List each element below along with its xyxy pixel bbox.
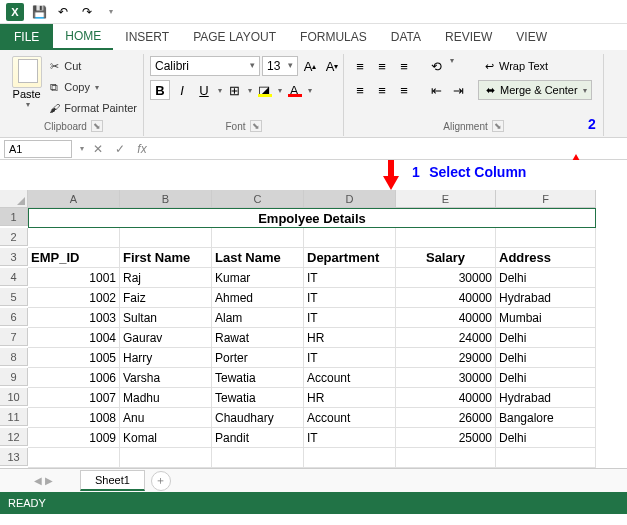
decrease-font-button[interactable]: A▾ bbox=[322, 56, 342, 76]
cell[interactable]: 26000 bbox=[396, 408, 496, 428]
cell[interactable]: Delhi bbox=[496, 428, 596, 448]
cell[interactable]: 1001 bbox=[28, 268, 120, 288]
cell[interactable]: 1004 bbox=[28, 328, 120, 348]
cell[interactable]: 1002 bbox=[28, 288, 120, 308]
cell[interactable]: Delhi bbox=[496, 268, 596, 288]
fx-button[interactable]: fx bbox=[132, 142, 152, 156]
cell[interactable]: HR bbox=[304, 328, 396, 348]
col-header-c[interactable]: C bbox=[212, 190, 304, 208]
cell[interactable]: Hydrabad bbox=[496, 288, 596, 308]
cell[interactable]: Chaudhary bbox=[212, 408, 304, 428]
row-header-13[interactable]: 13 bbox=[0, 448, 28, 466]
cell[interactable]: Komal bbox=[120, 428, 212, 448]
cell[interactable]: Hydrabad bbox=[496, 388, 596, 408]
cell[interactable]: Mumbai bbox=[496, 308, 596, 328]
cell[interactable] bbox=[304, 448, 396, 468]
cell[interactable]: Ahmed bbox=[212, 288, 304, 308]
tab-formulas[interactable]: FORMULAS bbox=[288, 24, 379, 50]
cell[interactable]: IT bbox=[304, 348, 396, 368]
cell[interactable]: IT bbox=[304, 288, 396, 308]
cell[interactable]: Salary bbox=[396, 248, 496, 268]
cell[interactable] bbox=[28, 228, 120, 248]
spreadsheet-grid[interactable]: A B C D E F 1 Empolyee Details 2 3 EMP_I… bbox=[0, 190, 627, 468]
cell[interactable]: 1006 bbox=[28, 368, 120, 388]
font-color-button[interactable]: A bbox=[284, 80, 304, 100]
row-header[interactable]: 12 bbox=[0, 428, 28, 446]
merged-title-cell[interactable]: Empolyee Details bbox=[28, 208, 596, 228]
cell[interactable] bbox=[28, 448, 120, 468]
cell[interactable]: Last Name bbox=[212, 248, 304, 268]
select-all-button[interactable] bbox=[0, 190, 28, 208]
row-header-3[interactable]: 3 bbox=[0, 248, 28, 266]
cell[interactable]: Delhi bbox=[496, 368, 596, 388]
tab-review[interactable]: REVIEW bbox=[433, 24, 504, 50]
row-header[interactable]: 4 bbox=[0, 268, 28, 286]
cell[interactable] bbox=[212, 448, 304, 468]
align-middle-button[interactable]: ≡ bbox=[372, 56, 392, 76]
cell[interactable]: 29000 bbox=[396, 348, 496, 368]
row-header[interactable]: 8 bbox=[0, 348, 28, 366]
cell[interactable]: 1009 bbox=[28, 428, 120, 448]
cell[interactable]: Anu bbox=[120, 408, 212, 428]
tab-data[interactable]: DATA bbox=[379, 24, 433, 50]
font-size-select[interactable]: 13 bbox=[262, 56, 298, 76]
cell[interactable]: First Name bbox=[120, 248, 212, 268]
redo-button[interactable]: ↷ bbox=[76, 2, 98, 22]
format-painter-button[interactable]: 🖌Format Painter bbox=[47, 98, 137, 118]
cell[interactable]: Tewatia bbox=[212, 388, 304, 408]
bold-button[interactable]: B bbox=[150, 80, 170, 100]
save-button[interactable]: 💾 bbox=[28, 2, 50, 22]
tab-view[interactable]: VIEW bbox=[504, 24, 559, 50]
orientation-button[interactable]: ⟲ bbox=[426, 56, 446, 76]
cell[interactable]: Gaurav bbox=[120, 328, 212, 348]
paste-button[interactable]: Paste ▾ bbox=[10, 56, 43, 109]
increase-indent-button[interactable]: ⇥ bbox=[448, 80, 468, 100]
cell[interactable]: Pandit bbox=[212, 428, 304, 448]
row-header[interactable]: 6 bbox=[0, 308, 28, 326]
undo-button[interactable]: ↶ bbox=[52, 2, 74, 22]
cell[interactable]: HR bbox=[304, 388, 396, 408]
cell[interactable]: 1007 bbox=[28, 388, 120, 408]
row-header[interactable]: 11 bbox=[0, 408, 28, 426]
cell[interactable] bbox=[496, 448, 596, 468]
row-header[interactable]: 9 bbox=[0, 368, 28, 386]
cell[interactable]: Kumar bbox=[212, 268, 304, 288]
tab-page-layout[interactable]: PAGE LAYOUT bbox=[181, 24, 288, 50]
cell[interactable]: Department bbox=[304, 248, 396, 268]
col-header-e[interactable]: E bbox=[396, 190, 496, 208]
cell[interactable] bbox=[496, 228, 596, 248]
tab-file[interactable]: FILE bbox=[0, 24, 53, 50]
row-header[interactable]: 10 bbox=[0, 388, 28, 406]
col-header-b[interactable]: B bbox=[120, 190, 212, 208]
cell[interactable]: Alam bbox=[212, 308, 304, 328]
sheet-nav[interactable]: ◀ ▶ bbox=[30, 475, 80, 486]
formula-input[interactable] bbox=[156, 140, 627, 158]
font-launcher[interactable]: ⬊ bbox=[250, 120, 262, 132]
add-sheet-button[interactable]: ＋ bbox=[151, 471, 171, 491]
cell[interactable] bbox=[120, 228, 212, 248]
cell[interactable]: Account bbox=[304, 368, 396, 388]
italic-button[interactable]: I bbox=[172, 80, 192, 100]
wrap-text-button[interactable]: ↩Wrap Text bbox=[478, 56, 592, 76]
cell[interactable]: Tewatia bbox=[212, 368, 304, 388]
cell[interactable]: Bangalore bbox=[496, 408, 596, 428]
tab-insert[interactable]: INSERT bbox=[113, 24, 181, 50]
align-left-button[interactable]: ≡ bbox=[350, 80, 370, 100]
cancel-fx-button[interactable]: ✕ bbox=[88, 142, 108, 156]
cell[interactable]: IT bbox=[304, 428, 396, 448]
col-header-d[interactable]: D bbox=[304, 190, 396, 208]
cell[interactable]: Rawat bbox=[212, 328, 304, 348]
cell[interactable] bbox=[304, 228, 396, 248]
cell[interactable]: 1005 bbox=[28, 348, 120, 368]
cell[interactable]: Madhu bbox=[120, 388, 212, 408]
align-center-button[interactable]: ≡ bbox=[372, 80, 392, 100]
cell[interactable]: IT bbox=[304, 308, 396, 328]
align-bottom-button[interactable]: ≡ bbox=[394, 56, 414, 76]
clipboard-launcher[interactable]: ⬊ bbox=[91, 120, 103, 132]
cell[interactable]: Delhi bbox=[496, 348, 596, 368]
cell[interactable]: Account bbox=[304, 408, 396, 428]
tab-home[interactable]: HOME bbox=[53, 24, 113, 50]
cell[interactable]: 40000 bbox=[396, 288, 496, 308]
font-name-select[interactable]: Calibri bbox=[150, 56, 260, 76]
cell[interactable]: 30000 bbox=[396, 268, 496, 288]
